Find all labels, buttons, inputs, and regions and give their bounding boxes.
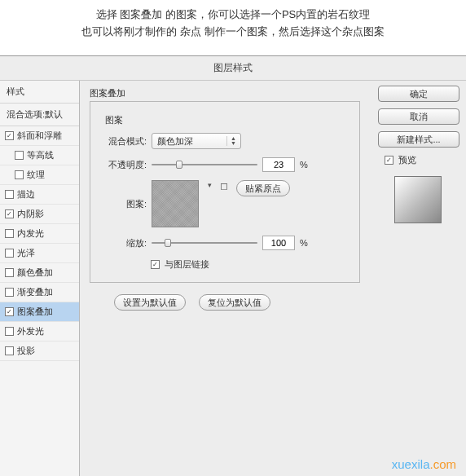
snap-origin-button[interactable]: 贴紧原点 (236, 180, 290, 196)
sidebar-item-color-overlay[interactable]: 颜色叠加 (0, 263, 79, 283)
sidebar-item-gradient-overlay[interactable]: 渐变叠加 (0, 283, 79, 302)
link-layer-label: 与图层链接 (165, 258, 209, 271)
main-panel: 图案叠加 图案 混合模式: 颜色加深 ▲▼ 不透明度: (80, 81, 370, 476)
instruction-line2: 也可以将刚才制作的 杂点 制作一个图案，然后选择这个杂点图案 (16, 24, 450, 41)
scale-slider[interactable] (152, 238, 257, 248)
sidebar-item-bevel-emboss[interactable]: ✓ 斜面和浮雕 (0, 126, 79, 146)
scale-label: 缩放: (102, 237, 147, 249)
opacity-label: 不透明度: (102, 159, 147, 171)
sidebar-item-label: 内阴影 (17, 208, 44, 220)
sidebar-item-label: 投影 (17, 345, 35, 357)
make-default-button[interactable]: 设置为默认值 (114, 294, 186, 311)
sidebar-header[interactable]: 样式 (0, 81, 79, 104)
checkbox-icon[interactable] (15, 170, 24, 179)
checkbox-icon[interactable]: ✓ (385, 156, 393, 165)
layer-style-dialog: 图层样式 样式 混合选项:默认 ✓ 斜面和浮雕 等高线 纹理 描边 ✓ (0, 55, 466, 476)
sidebar-item-label: 颜色叠加 (17, 267, 53, 279)
checkbox-icon[interactable]: ✓ (151, 260, 160, 269)
checkbox-icon[interactable]: ✓ (5, 307, 14, 316)
sidebar-item-inner-glow[interactable]: 内发光 (0, 224, 79, 244)
sidebar-item-outer-glow[interactable]: 外发光 (0, 322, 79, 342)
scale-row: 缩放: % (102, 236, 348, 250)
watermark-b: .com (429, 457, 456, 471)
styles-sidebar: 样式 混合选项:默认 ✓ 斜面和浮雕 等高线 纹理 描边 ✓ 内阴影 (0, 81, 80, 476)
new-preset-icon[interactable]: ◻ (220, 180, 231, 192)
ok-button[interactable]: 确定 (378, 86, 459, 102)
blend-mode-value: 颜色加深 (157, 135, 193, 148)
sidebar-item-inner-shadow[interactable]: ✓ 内阴影 (0, 205, 79, 224)
sidebar-item-label: 外发光 (17, 325, 44, 337)
sidebar-item-contour[interactable]: 等高线 (0, 146, 79, 165)
watermark-a: xuexila (392, 457, 430, 471)
dialog-title: 图层样式 (0, 56, 466, 81)
pattern-label: 图案: (102, 180, 147, 210)
slider-track (152, 164, 257, 165)
slider-thumb[interactable] (176, 161, 182, 169)
sidebar-item-pattern-overlay[interactable]: ✓ 图案叠加 (0, 302, 79, 322)
checkbox-icon[interactable] (5, 249, 14, 258)
sidebar-item-stroke[interactable]: 描边 (0, 185, 79, 205)
sidebar-item-label: 光泽 (17, 247, 35, 259)
opacity-slider[interactable] (152, 160, 257, 170)
percent-label: % (300, 160, 308, 170)
pattern-fieldset: 图案 混合模式: 颜色加深 ▲▼ 不透明度: % (90, 101, 360, 283)
link-layer-row: ✓ 与图层链接 (151, 258, 348, 271)
watermark: xuexila.com (392, 457, 456, 471)
scale-input[interactable] (262, 236, 295, 250)
dialog-content: 样式 混合选项:默认 ✓ 斜面和浮雕 等高线 纹理 描边 ✓ 内阴影 (0, 81, 466, 476)
instruction-line1: 选择 图案叠加 的图案，你可以选择一个PS内置的岩石纹理 (16, 7, 450, 24)
sidebar-item-label: 纹理 (27, 169, 45, 181)
blend-options[interactable]: 混合选项:默认 (0, 104, 79, 126)
sidebar-item-label: 渐变叠加 (17, 286, 53, 298)
sidebar-item-drop-shadow[interactable]: 投影 (0, 342, 79, 361)
new-style-button[interactable]: 新建样式... (378, 131, 459, 148)
sidebar-item-texture[interactable]: 纹理 (0, 165, 79, 185)
chevron-updown-icon: ▲▼ (231, 136, 236, 146)
pattern-row: 图案: ▾ ◻ 贴紧原点 (102, 180, 348, 227)
preview-thumbnail (394, 176, 442, 223)
pattern-picker-icon[interactable]: ▾ (204, 180, 215, 190)
fieldset-legend: 图案 (102, 114, 126, 126)
sidebar-item-label: 斜面和浮雕 (17, 130, 62, 142)
group-title: 图案叠加 (90, 87, 360, 99)
pattern-swatch[interactable] (152, 180, 199, 227)
instruction: 选择 图案叠加 的图案，你可以选择一个PS内置的岩石纹理 也可以将刚才制作的 杂… (0, 0, 466, 54)
checkbox-icon[interactable] (15, 151, 24, 160)
checkbox-icon[interactable] (5, 268, 14, 277)
sidebar-item-label: 描边 (17, 188, 35, 201)
right-column: 确定 取消 新建样式... ✓ 预览 (370, 81, 466, 476)
default-buttons: 设置为默认值 复位为默认值 (114, 294, 360, 311)
reset-default-button[interactable]: 复位为默认值 (199, 294, 270, 311)
slider-thumb[interactable] (165, 239, 171, 247)
checkbox-icon[interactable] (5, 288, 14, 297)
blend-mode-label: 混合模式: (102, 135, 147, 148)
checkbox-icon[interactable]: ✓ (5, 131, 14, 140)
checkbox-icon[interactable] (5, 327, 14, 336)
checkbox-icon[interactable]: ✓ (5, 209, 14, 218)
percent-label: % (300, 238, 308, 248)
checkbox-icon[interactable] (5, 229, 14, 238)
preview-row: ✓ 预览 (385, 154, 458, 166)
blend-mode-select[interactable]: 颜色加深 ▲▼ (152, 133, 241, 149)
sidebar-item-label: 等高线 (27, 149, 54, 161)
blend-mode-row: 混合模式: 颜色加深 ▲▼ (102, 133, 348, 149)
opacity-row: 不透明度: % (102, 157, 348, 172)
sidebar-item-satin[interactable]: 光泽 (0, 244, 79, 263)
checkbox-icon[interactable] (5, 190, 14, 199)
checkbox-icon[interactable] (5, 346, 14, 355)
preview-label: 预览 (398, 154, 416, 166)
sidebar-item-label: 图案叠加 (17, 306, 53, 318)
opacity-input[interactable] (262, 157, 295, 172)
sidebar-item-label: 内发光 (17, 227, 44, 240)
cancel-button[interactable]: 取消 (378, 108, 459, 125)
